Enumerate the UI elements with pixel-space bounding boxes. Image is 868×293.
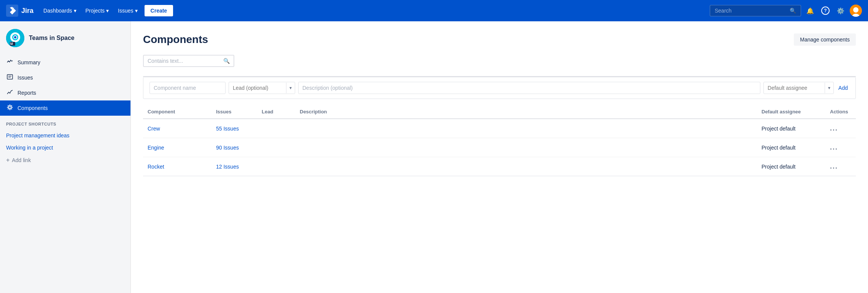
default-assignee-chevron-icon[interactable]: ▾	[825, 83, 833, 93]
cell-lead-engine	[257, 138, 295, 157]
chevron-down-icon: ▾	[135, 8, 138, 14]
activity-icon	[6, 59, 14, 66]
sidebar-item-reports[interactable]: Reports	[0, 85, 130, 100]
chevron-down-icon: ▾	[74, 8, 76, 14]
th-component: Component	[143, 105, 211, 119]
th-lead: Lead	[257, 105, 295, 119]
cell-default-assignee-rocket: Project default	[757, 157, 825, 176]
reports-icon	[6, 89, 14, 97]
component-link-rocket[interactable]: Rocket	[148, 164, 164, 170]
cell-issues-engine: 90 Issues	[211, 138, 257, 157]
default-assignee-input[interactable]	[764, 82, 825, 94]
cell-actions-engine: ...	[825, 138, 856, 157]
project-name: Teams in Space	[29, 35, 75, 41]
main-layout: Teams in Space Summary	[0, 21, 868, 293]
cell-component-crew: Crew	[143, 119, 211, 138]
actions-menu-engine[interactable]: ...	[830, 143, 838, 151]
shortcut-project-management[interactable]: Project management ideas	[0, 129, 130, 142]
add-component-form: ▾ ▾ Add	[143, 77, 856, 99]
lead-input[interactable]	[229, 82, 286, 94]
svg-rect-7	[10, 43, 11, 43]
cell-actions-crew: ...	[825, 119, 856, 138]
sidebar-item-components[interactable]: Components	[0, 100, 130, 116]
issues-icon	[6, 74, 14, 81]
th-actions: Actions	[825, 105, 856, 119]
table-header: Component Issues Lead Description Defaul…	[143, 105, 856, 119]
cell-description-rocket	[295, 157, 757, 176]
notifications-icon: 🔔	[806, 7, 814, 14]
table-row: Crew 55 Issues Project default ...	[143, 119, 856, 138]
issues-menu[interactable]: Issues ▾	[114, 5, 141, 16]
cell-component-rocket: Rocket	[143, 157, 211, 176]
top-navigation: Jira Dashboards ▾ Projects ▾ Issues ▾ Cr…	[0, 0, 868, 21]
th-description: Description	[295, 105, 757, 119]
notifications-button[interactable]: 🔔	[804, 5, 816, 17]
th-default-assignee: Default assignee	[757, 105, 825, 119]
sidebar: Teams in Space Summary	[0, 21, 131, 293]
shortcut-working-in-project[interactable]: Working in a project	[0, 142, 130, 154]
avatar[interactable]	[850, 5, 862, 17]
search-box[interactable]: 🔍	[710, 5, 801, 16]
svg-point-13	[9, 106, 11, 108]
components-icon	[6, 104, 14, 112]
issues-link-rocket[interactable]: 12 Issues	[216, 164, 239, 170]
issues-link-engine[interactable]: 90 Issues	[216, 145, 239, 151]
cell-default-assignee-engine: Project default	[757, 138, 825, 157]
project-avatar	[6, 29, 24, 47]
logo-text: Jira	[21, 7, 33, 15]
logo[interactable]: Jira	[6, 5, 33, 17]
svg-rect-9	[10, 44, 13, 45]
default-assignee-wrapper[interactable]: ▾	[763, 82, 834, 94]
top-menu: Dashboards ▾ Projects ▾ Issues ▾ Create	[40, 5, 173, 16]
component-link-crew[interactable]: Crew	[148, 126, 160, 132]
lead-input-wrapper[interactable]: ▾	[229, 82, 295, 94]
table-row: Rocket 12 Issues Project default ...	[143, 157, 856, 176]
th-issues: Issues	[211, 105, 257, 119]
search-icon: 🔍	[790, 8, 796, 14]
actions-menu-rocket[interactable]: ...	[830, 162, 838, 170]
table-body: Crew 55 Issues Project default ... Engin…	[143, 119, 856, 176]
filter-search-input[interactable]	[148, 58, 221, 64]
sidebar-nav: Summary Issues Reports	[0, 55, 130, 116]
projects-menu[interactable]: Projects ▾	[82, 5, 113, 16]
cell-actions-rocket: ...	[825, 157, 856, 176]
search-icon: 🔍	[223, 58, 230, 64]
lead-chevron-icon[interactable]: ▾	[286, 83, 295, 93]
settings-button[interactable]: ⚙️	[835, 5, 847, 17]
cell-component-engine: Engine	[143, 138, 211, 157]
cell-description-engine	[295, 138, 757, 157]
component-link-engine[interactable]: Engine	[148, 145, 164, 151]
cell-description-crew	[295, 119, 757, 138]
project-header: Teams in Space	[0, 21, 130, 53]
svg-rect-8	[12, 43, 13, 43]
plus-icon: +	[6, 157, 10, 164]
settings-icon: ⚙️	[837, 7, 844, 14]
cell-lead-crew	[257, 119, 295, 138]
search-input[interactable]	[715, 8, 787, 14]
sidebar-item-summary[interactable]: Summary	[0, 55, 130, 70]
manage-components-button[interactable]: Manage components	[794, 33, 856, 46]
chevron-down-icon: ▾	[106, 8, 109, 14]
issues-link-crew[interactable]: 55 Issues	[216, 126, 239, 132]
actions-menu-crew[interactable]: ...	[830, 124, 838, 132]
components-table: Component Issues Lead Description Defaul…	[143, 105, 856, 176]
filter-bar: 🔍	[143, 55, 856, 67]
add-link-button[interactable]: + Add link	[0, 154, 130, 167]
add-component-button[interactable]: Add	[837, 82, 849, 94]
page-title: Components	[143, 33, 208, 46]
shortcuts-title: PROJECT SHORTCUTS	[0, 116, 130, 129]
dashboards-menu[interactable]: Dashboards ▾	[40, 5, 80, 16]
table-row: Engine 90 Issues Project default ...	[143, 138, 856, 157]
topnav-right: 🔍 🔔 ? ⚙️	[710, 5, 862, 17]
cell-default-assignee-crew: Project default	[757, 119, 825, 138]
cell-issues-rocket: 12 Issues	[211, 157, 257, 176]
filter-search-box[interactable]: 🔍	[143, 55, 234, 67]
description-input[interactable]	[298, 82, 760, 94]
create-button[interactable]: Create	[145, 5, 173, 16]
svg-point-5	[14, 36, 16, 38]
cell-issues-crew: 55 Issues	[211, 119, 257, 138]
page-header: Components Manage components	[143, 33, 856, 46]
help-button[interactable]: ?	[819, 5, 831, 17]
component-name-input[interactable]	[149, 82, 226, 94]
sidebar-item-issues[interactable]: Issues	[0, 70, 130, 85]
